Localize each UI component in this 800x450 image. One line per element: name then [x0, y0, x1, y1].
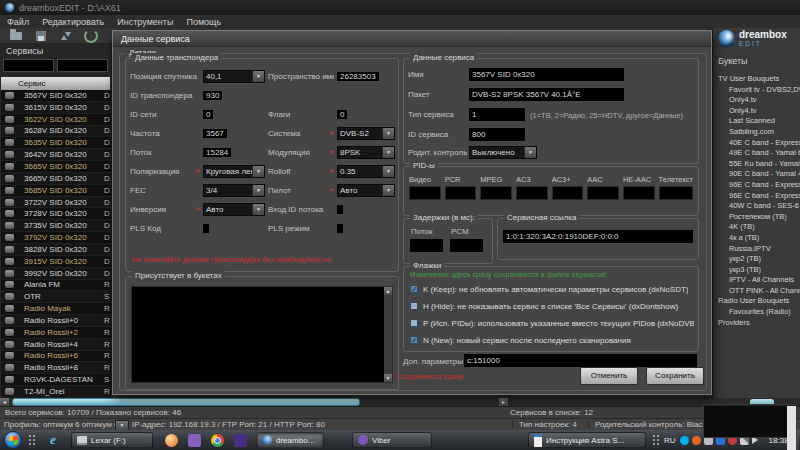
- service-row[interactable]: 3665V SID 0x320D: [1, 173, 111, 185]
- service-row[interactable]: Radio Rossii+8R: [1, 362, 111, 374]
- bouquet-item[interactable]: Russia.IPTV: [713, 244, 800, 255]
- services-horizontal-scrollbar[interactable]: ◄ ►: [0, 398, 508, 406]
- bouquet-item[interactable]: 40W C band - SES-6 (T: [713, 201, 800, 212]
- dialog-title[interactable]: Данные сервиса: [113, 31, 711, 47]
- bouquet-item[interactable]: укр2 (ТВ): [713, 254, 800, 265]
- taskbar-button-dreamboxedit[interactable]: dreamboxEDIT: [256, 432, 324, 448]
- service-row[interactable]: 3722V SID 0x320D: [1, 197, 111, 209]
- bouquet-item[interactable]: Only4.tv: [713, 95, 800, 106]
- service-type-input[interactable]: 1: [469, 108, 525, 121]
- checkbox[interactable]: [410, 319, 418, 327]
- bouquet-item[interactable]: Radio User Bouquets: [713, 296, 800, 307]
- text-input[interactable]: 0: [203, 110, 213, 119]
- checkbox-checked[interactable]: ✓: [410, 285, 418, 293]
- checkbox[interactable]: [410, 302, 418, 310]
- taskbar-button-viber[interactable]: Viber: [352, 432, 432, 448]
- chevron-down-icon[interactable]: ▼: [252, 166, 264, 177]
- dropdown[interactable]: DVB-S2▼: [337, 127, 395, 140]
- toolbar-open-folder-button[interactable]: [8, 29, 24, 42]
- menu-item[interactable]: Редактировать: [42, 17, 104, 27]
- save-button[interactable]: Сохранить: [646, 367, 704, 385]
- pid-input[interactable]: [552, 186, 584, 200]
- chevron-down-icon[interactable]: ▼: [252, 204, 264, 215]
- media-player-icon[interactable]: [165, 434, 178, 447]
- service-row[interactable]: 3628V SID 0x320D: [1, 126, 111, 138]
- cancel-button[interactable]: Отменить: [580, 367, 638, 385]
- pid-input[interactable]: [445, 186, 477, 200]
- dropdown[interactable]: 3/4▼: [203, 184, 265, 197]
- scrollbar-track[interactable]: [9, 398, 499, 406]
- scroll-down-arrow[interactable]: ▼: [384, 374, 392, 382]
- text-input[interactable]: 3567: [203, 129, 227, 138]
- services-filter-input-2[interactable]: [57, 59, 108, 72]
- service-row[interactable]: 3567V SID 0x320D: [1, 90, 111, 102]
- service-id-input[interactable]: 800: [469, 128, 525, 141]
- service-row[interactable]: 3665V SID 0x320D: [1, 161, 111, 173]
- chrome-icon[interactable]: [211, 434, 224, 447]
- bouquet-item[interactable]: 49E C band - Yamal 60: [713, 148, 800, 159]
- bouquet-item[interactable]: TV User Bouquets: [713, 74, 800, 85]
- app-purple-icon[interactable]: [234, 434, 247, 447]
- service-row[interactable]: 3685V SID 0x320D: [1, 185, 111, 197]
- bouquet-item[interactable]: Favorit tv - DVBS2,DVB: [713, 85, 800, 96]
- bouquet-item[interactable]: 96E C band - Express-A: [713, 191, 800, 202]
- service-row[interactable]: Radio Rossii+6R: [1, 351, 111, 363]
- vertical-scrollbar[interactable]: ▲ ▼: [384, 287, 392, 382]
- services-column-header[interactable]: Сервис: [1, 77, 110, 90]
- bouquet-item[interactable]: укр3 (ТВ): [713, 265, 800, 276]
- taskbar-button-lexar[interactable]: Lexar (F:): [71, 432, 153, 448]
- chevron-down-icon[interactable]: ▼: [382, 128, 394, 139]
- bouquet-item[interactable]: IPTV - All Channels: [713, 275, 800, 286]
- scrollbar-thumb[interactable]: [12, 398, 360, 406]
- service-row[interactable]: 3622V SID 0x320D: [1, 114, 111, 126]
- toolbar-ftp-transfer-button[interactable]: [58, 29, 74, 42]
- service-row[interactable]: Radio Rossii+4R: [1, 339, 111, 351]
- pid-input[interactable]: [480, 186, 512, 200]
- service-row[interactable]: 3615V SID 0x320D: [1, 102, 111, 114]
- service-row[interactable]: Radio MayakR: [1, 303, 111, 315]
- service-row[interactable]: 3728V SID 0x320D: [1, 208, 111, 220]
- pid-input[interactable]: [409, 186, 441, 200]
- service-row[interactable]: 3792V SID 0x320D: [1, 232, 111, 244]
- stream-delay-input[interactable]: [410, 239, 443, 252]
- video-player-icon[interactable]: [188, 434, 201, 447]
- bouquet-item[interactable]: Satbiling.com: [713, 127, 800, 138]
- flag-row[interactable]: ✓N (New): новый сервис после последнего …: [410, 334, 694, 346]
- chevron-down-icon[interactable]: ▼: [252, 71, 264, 82]
- bouquet-item[interactable]: Favourites (Radio): [713, 307, 800, 318]
- bouquet-item[interactable]: 4к а (ТВ): [713, 233, 800, 244]
- text-input[interactable]: [337, 224, 343, 233]
- text-input[interactable]: 0: [337, 110, 347, 119]
- service-row[interactable]: Radio Rossii+2R: [1, 327, 111, 339]
- taskbar-button-instruction[interactable]: Инструкция Astra S...: [528, 432, 646, 448]
- start-button[interactable]: [4, 431, 22, 449]
- text-input[interactable]: [203, 224, 209, 233]
- chevron-down-icon[interactable]: ▼: [524, 147, 536, 158]
- language-indicator[interactable]: RU: [664, 436, 676, 445]
- service-row[interactable]: T2-MI_OrelR: [1, 386, 111, 398]
- service-row[interactable]: 3992V SID 0x320D: [1, 268, 111, 280]
- bouquet-item[interactable]: Providers: [713, 318, 800, 329]
- service-row[interactable]: RGVK-DAGESTANS: [1, 374, 111, 386]
- dropdown[interactable]: 0.35▼: [337, 165, 395, 178]
- service-row[interactable]: 3635V SID 0x320D: [1, 137, 111, 149]
- scroll-right-arrow[interactable]: ►: [499, 398, 508, 406]
- menu-item[interactable]: Инструменты: [117, 17, 173, 27]
- chevron-down-icon[interactable]: ▼: [382, 147, 394, 158]
- toolbar-save-button[interactable]: [33, 29, 49, 42]
- service-package-input[interactable]: DVB-S2 8PSK 3567V 40.1Â°E: [469, 88, 624, 101]
- bouquet-presence-listbox[interactable]: ▲ ▼: [131, 286, 393, 383]
- scroll-up-arrow[interactable]: ▲: [384, 287, 392, 295]
- pid-input[interactable]: [516, 186, 548, 200]
- bouquet-item[interactable]: 4K (ТВ): [713, 222, 800, 233]
- parental-control-dropdown[interactable]: Выключено ▼: [469, 146, 537, 159]
- bouquet-item[interactable]: Ростелеком (ТВ): [713, 212, 800, 223]
- bouquet-item[interactable]: 40E C band - Express A: [713, 138, 800, 149]
- bouquet-item[interactable]: Last Scanned: [713, 116, 800, 127]
- toolbar-reload-button[interactable]: [83, 29, 99, 42]
- service-row[interactable]: 3735V SID 0x320D: [1, 220, 111, 232]
- services-filter-input[interactable]: [3, 59, 54, 72]
- volume-mixer-icon[interactable]: [692, 436, 701, 445]
- service-reference-input[interactable]: 1:0:1:320:3A2:0:1910DEF:0:0:0: [503, 230, 693, 243]
- flag-row[interactable]: P (Исп. PIDы): использовать указанные вм…: [410, 317, 694, 329]
